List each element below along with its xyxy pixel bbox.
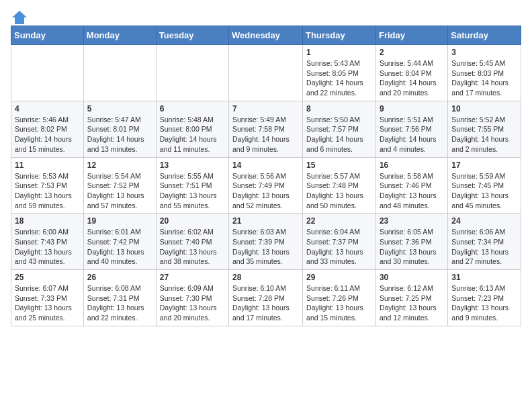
day-number: 28 <box>232 273 299 282</box>
calendar-week-row: 11Sunrise: 5:53 AM Sunset: 7:53 PM Dayli… <box>11 157 521 214</box>
day-number: 7 <box>232 104 299 113</box>
calendar-cell: 30Sunrise: 6:12 AM Sunset: 7:25 PM Dayli… <box>375 270 447 326</box>
weekday-header-wednesday: Wednesday <box>229 26 303 45</box>
calendar-cell: 4Sunrise: 5:46 AM Sunset: 8:02 PM Daylig… <box>11 101 84 157</box>
calendar-cell: 19Sunrise: 6:01 AM Sunset: 7:42 PM Dayli… <box>83 214 156 270</box>
day-info: Sunrise: 5:56 AM Sunset: 7:49 PM Dayligh… <box>232 171 299 211</box>
day-number: 18 <box>15 216 80 226</box>
calendar-table: SundayMondayTuesdayWednesdayThursdayFrid… <box>11 26 521 326</box>
day-number: 22 <box>306 216 372 226</box>
calendar-cell <box>11 45 84 101</box>
weekday-header-friday: Friday <box>375 26 447 45</box>
day-info: Sunrise: 6:11 AM Sunset: 7:26 PM Dayligh… <box>306 283 372 323</box>
day-info: Sunrise: 6:08 AM Sunset: 7:31 PM Dayligh… <box>87 283 152 323</box>
day-info: Sunrise: 6:05 AM Sunset: 7:36 PM Dayligh… <box>380 227 444 267</box>
day-number: 14 <box>232 161 299 170</box>
svg-marker-0 <box>12 11 27 24</box>
day-info: Sunrise: 5:51 AM Sunset: 7:56 PM Dayligh… <box>380 115 444 154</box>
calendar-cell <box>83 45 156 101</box>
calendar-cell: 18Sunrise: 6:00 AM Sunset: 7:43 PM Dayli… <box>11 214 84 270</box>
calendar-week-row: 1Sunrise: 5:43 AM Sunset: 8:05 PM Daylig… <box>11 45 521 101</box>
calendar-cell: 2Sunrise: 5:44 AM Sunset: 8:04 PM Daylig… <box>375 45 447 101</box>
calendar-cell: 17Sunrise: 5:59 AM Sunset: 7:45 PM Dayli… <box>448 157 521 214</box>
calendar-cell: 9Sunrise: 5:51 AM Sunset: 7:56 PM Daylig… <box>375 101 447 157</box>
calendar-cell: 14Sunrise: 5:56 AM Sunset: 7:49 PM Dayli… <box>229 157 303 214</box>
day-number: 20 <box>160 216 225 226</box>
page-header <box>11 11 521 20</box>
day-number: 31 <box>451 273 517 282</box>
weekday-header-thursday: Thursday <box>303 26 376 45</box>
calendar-cell: 12Sunrise: 5:54 AM Sunset: 7:52 PM Dayli… <box>83 157 156 214</box>
weekday-header-row: SundayMondayTuesdayWednesdayThursdayFrid… <box>11 26 521 45</box>
calendar-cell: 15Sunrise: 5:57 AM Sunset: 7:48 PM Dayli… <box>303 157 376 214</box>
day-info: Sunrise: 6:03 AM Sunset: 7:39 PM Dayligh… <box>232 227 299 267</box>
weekday-header-tuesday: Tuesday <box>156 26 228 45</box>
weekday-header-monday: Monday <box>83 26 156 45</box>
day-info: Sunrise: 6:02 AM Sunset: 7:40 PM Dayligh… <box>160 227 225 267</box>
day-info: Sunrise: 6:09 AM Sunset: 7:30 PM Dayligh… <box>160 283 225 323</box>
calendar-cell: 29Sunrise: 6:11 AM Sunset: 7:26 PM Dayli… <box>303 270 376 326</box>
day-info: Sunrise: 5:52 AM Sunset: 7:55 PM Dayligh… <box>451 115 517 154</box>
weekday-header-saturday: Saturday <box>448 26 521 45</box>
day-number: 30 <box>380 273 444 282</box>
calendar-cell: 16Sunrise: 5:58 AM Sunset: 7:46 PM Dayli… <box>375 157 447 214</box>
day-number: 12 <box>87 161 152 170</box>
day-info: Sunrise: 5:50 AM Sunset: 7:57 PM Dayligh… <box>306 115 372 154</box>
day-number: 1 <box>306 48 372 57</box>
day-number: 9 <box>380 104 444 113</box>
calendar-cell: 7Sunrise: 5:49 AM Sunset: 7:58 PM Daylig… <box>229 101 303 157</box>
day-info: Sunrise: 6:00 AM Sunset: 7:43 PM Dayligh… <box>15 227 80 267</box>
calendar-cell: 23Sunrise: 6:05 AM Sunset: 7:36 PM Dayli… <box>375 214 447 270</box>
day-number: 17 <box>451 161 517 170</box>
day-number: 19 <box>87 216 152 226</box>
calendar-cell: 3Sunrise: 5:45 AM Sunset: 8:03 PM Daylig… <box>448 45 521 101</box>
day-info: Sunrise: 5:47 AM Sunset: 8:01 PM Dayligh… <box>87 115 152 154</box>
day-info: Sunrise: 5:58 AM Sunset: 7:46 PM Dayligh… <box>380 171 444 211</box>
day-number: 27 <box>160 273 225 282</box>
calendar-cell: 27Sunrise: 6:09 AM Sunset: 7:30 PM Dayli… <box>156 270 228 326</box>
logo-icon <box>12 11 27 24</box>
day-info: Sunrise: 5:54 AM Sunset: 7:52 PM Dayligh… <box>87 171 152 211</box>
calendar-cell: 11Sunrise: 5:53 AM Sunset: 7:53 PM Dayli… <box>11 157 84 214</box>
day-number: 11 <box>15 161 80 170</box>
calendar-week-row: 18Sunrise: 6:00 AM Sunset: 7:43 PM Dayli… <box>11 214 521 270</box>
day-info: Sunrise: 6:12 AM Sunset: 7:25 PM Dayligh… <box>380 283 444 323</box>
calendar-week-row: 4Sunrise: 5:46 AM Sunset: 8:02 PM Daylig… <box>11 101 521 157</box>
day-number: 15 <box>306 161 372 170</box>
calendar-week-row: 25Sunrise: 6:07 AM Sunset: 7:33 PM Dayli… <box>11 270 521 326</box>
day-info: Sunrise: 5:48 AM Sunset: 8:00 PM Dayligh… <box>160 115 225 154</box>
calendar-cell: 1Sunrise: 5:43 AM Sunset: 8:05 PM Daylig… <box>303 45 376 101</box>
day-info: Sunrise: 5:59 AM Sunset: 7:45 PM Dayligh… <box>451 171 517 211</box>
day-number: 29 <box>306 273 372 282</box>
day-info: Sunrise: 5:49 AM Sunset: 7:58 PM Dayligh… <box>232 115 299 154</box>
day-number: 16 <box>380 161 444 170</box>
day-info: Sunrise: 5:43 AM Sunset: 8:05 PM Dayligh… <box>306 58 372 98</box>
day-number: 24 <box>451 216 517 226</box>
weekday-header-sunday: Sunday <box>11 26 84 45</box>
day-number: 6 <box>160 104 225 113</box>
calendar-cell: 10Sunrise: 5:52 AM Sunset: 7:55 PM Dayli… <box>448 101 521 157</box>
day-info: Sunrise: 6:06 AM Sunset: 7:34 PM Dayligh… <box>451 227 517 267</box>
day-number: 10 <box>451 104 517 113</box>
day-number: 5 <box>87 104 152 113</box>
calendar-cell: 13Sunrise: 5:55 AM Sunset: 7:51 PM Dayli… <box>156 157 228 214</box>
day-info: Sunrise: 5:45 AM Sunset: 8:03 PM Dayligh… <box>451 58 517 98</box>
day-info: Sunrise: 5:46 AM Sunset: 8:02 PM Dayligh… <box>15 115 80 154</box>
day-info: Sunrise: 5:53 AM Sunset: 7:53 PM Dayligh… <box>15 171 80 211</box>
day-number: 23 <box>380 216 444 226</box>
calendar-cell: 31Sunrise: 6:13 AM Sunset: 7:23 PM Dayli… <box>448 270 521 326</box>
calendar-cell <box>156 45 228 101</box>
day-number: 21 <box>232 216 299 226</box>
calendar-cell: 25Sunrise: 6:07 AM Sunset: 7:33 PM Dayli… <box>11 270 84 326</box>
day-number: 8 <box>306 104 372 113</box>
calendar-cell: 5Sunrise: 5:47 AM Sunset: 8:01 PM Daylig… <box>83 101 156 157</box>
calendar-cell: 8Sunrise: 5:50 AM Sunset: 7:57 PM Daylig… <box>303 101 376 157</box>
day-number: 4 <box>15 104 80 113</box>
day-info: Sunrise: 6:01 AM Sunset: 7:42 PM Dayligh… <box>87 227 152 267</box>
calendar-cell: 21Sunrise: 6:03 AM Sunset: 7:39 PM Dayli… <box>229 214 303 270</box>
day-number: 2 <box>380 48 444 57</box>
day-info: Sunrise: 6:07 AM Sunset: 7:33 PM Dayligh… <box>15 283 80 323</box>
day-info: Sunrise: 5:57 AM Sunset: 7:48 PM Dayligh… <box>306 171 372 211</box>
calendar-cell: 26Sunrise: 6:08 AM Sunset: 7:31 PM Dayli… <box>83 270 156 326</box>
day-info: Sunrise: 6:10 AM Sunset: 7:28 PM Dayligh… <box>232 283 299 323</box>
